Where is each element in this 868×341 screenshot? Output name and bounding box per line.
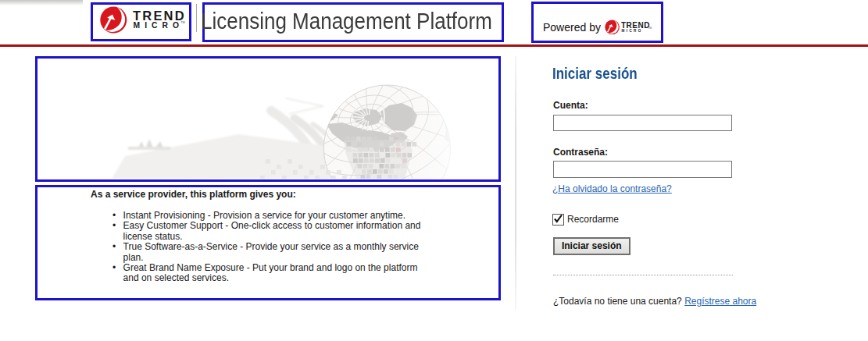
svg-text:TM: TM xyxy=(180,21,184,24)
svg-text:MICRO: MICRO xyxy=(622,29,643,33)
svg-text:TREND: TREND xyxy=(133,9,186,23)
svg-text:TM: TM xyxy=(648,27,652,30)
svg-text:MICRO: MICRO xyxy=(134,21,184,30)
